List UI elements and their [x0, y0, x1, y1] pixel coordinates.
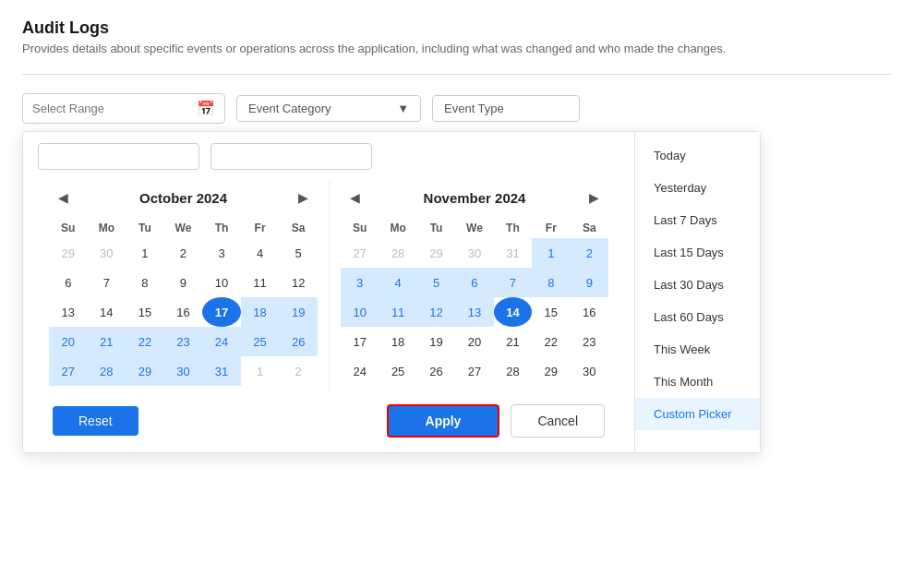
calendar-day[interactable]: 7 [88, 268, 126, 297]
cancel-button[interactable]: Cancel [511, 404, 605, 438]
calendar-day[interactable]: 29 [126, 356, 164, 386]
calendar-day[interactable]: 29 [532, 356, 570, 386]
calendar-day[interactable]: 18 [241, 297, 280, 327]
quick-option-item[interactable]: Yesterday [635, 172, 760, 204]
calendar-day[interactable]: 4 [379, 268, 416, 297]
right-cal-body: 2728293031123456789101112131415161718192… [341, 238, 608, 386]
calendar-day[interactable]: 26 [279, 327, 318, 356]
calendar-day[interactable]: 5 [279, 238, 318, 268]
calendar-day[interactable]: 28 [494, 356, 532, 386]
quick-option-item[interactable]: This Week [635, 333, 760, 366]
quick-option-item[interactable]: Last 60 Days [635, 301, 760, 333]
calendar-day[interactable]: 27 [49, 356, 88, 386]
calendar-day[interactable]: 1 [241, 356, 280, 386]
calendar-day[interactable]: 12 [279, 268, 318, 297]
calendar-day[interactable]: 30 [455, 238, 493, 268]
quick-option-item[interactable]: This Month [635, 366, 760, 398]
calendar-day[interactable]: 19 [279, 297, 318, 327]
event-category-select[interactable]: Event Category ▼ [236, 95, 421, 122]
calendar-day[interactable]: 9 [571, 268, 608, 297]
calendar-day[interactable]: 23 [164, 327, 203, 356]
left-next-button[interactable]: ▶ [293, 188, 314, 207]
calendar-day[interactable]: 13 [49, 297, 88, 327]
reset-button[interactable]: Reset [53, 406, 138, 436]
calendar-week-row: 293012345 [49, 238, 318, 268]
calendar-day[interactable]: 15 [126, 297, 164, 327]
calendar-day[interactable]: 9 [164, 268, 203, 297]
left-prev-button[interactable]: ◀ [53, 188, 74, 207]
calendar-day[interactable]: 25 [379, 356, 416, 386]
calendar-day[interactable]: 22 [532, 327, 570, 356]
calendar-day[interactable]: 2 [164, 238, 203, 268]
calendar-day[interactable]: 6 [49, 268, 88, 297]
calendar-day[interactable]: 28 [379, 238, 416, 268]
calendar-day[interactable]: 29 [417, 238, 455, 268]
calendar-day[interactable]: 1 [126, 238, 164, 268]
quick-option-item[interactable]: Custom Picker [635, 398, 760, 430]
calendar-day[interactable]: 14 [88, 297, 126, 327]
calendar-day[interactable]: 21 [88, 327, 126, 356]
calendar-day[interactable]: 25 [241, 327, 280, 356]
calendar-day[interactable]: 22 [126, 327, 164, 356]
calendar-day[interactable]: 30 [88, 238, 126, 268]
calendar-day[interactable]: 27 [341, 238, 379, 268]
calendar-day[interactable]: 11 [241, 268, 280, 297]
calendar-day[interactable]: 31 [202, 356, 241, 386]
calendar-day[interactable]: 30 [164, 356, 203, 386]
quick-option-item[interactable]: Today [635, 139, 760, 172]
calendar-day[interactable]: 26 [417, 356, 455, 386]
calendar-day[interactable]: 4 [241, 238, 280, 268]
calendar-day[interactable]: 13 [455, 297, 493, 327]
event-type-input[interactable]: Event Type [432, 95, 580, 122]
date-range-text[interactable] [32, 102, 189, 115]
right-next-button[interactable]: ▶ [583, 188, 605, 207]
calendar-day[interactable]: 29 [49, 238, 88, 268]
calendar-day[interactable]: 14 [494, 297, 532, 327]
calendar-day[interactable]: 30 [571, 356, 608, 386]
apply-button[interactable]: Apply [387, 404, 500, 438]
calendar-icon: 📅 [197, 100, 215, 117]
calendar-day[interactable]: 10 [341, 297, 379, 327]
calendar-day[interactable]: 17 [202, 297, 241, 327]
calendar-day[interactable]: 2 [571, 238, 608, 268]
quick-option-item[interactable]: Last 7 Days [635, 204, 760, 236]
calendar-day[interactable]: 10 [202, 268, 241, 297]
calendar-day[interactable]: 6 [455, 268, 493, 297]
calendar-day[interactable]: 18 [379, 327, 416, 356]
page-title: Audit Logs [22, 18, 892, 38]
end-date-input[interactable]: 11/14/2024 [210, 143, 372, 170]
calendar-day[interactable]: 31 [494, 238, 532, 268]
calendar-day[interactable]: 16 [164, 297, 203, 327]
date-range-input[interactable]: 📅 [22, 93, 225, 124]
calendar-day[interactable]: 5 [417, 268, 455, 297]
calendar-day[interactable]: 24 [341, 356, 379, 386]
calendar-day[interactable]: 2 [279, 356, 318, 386]
start-date-input[interactable]: 10/17/2024 [38, 143, 199, 170]
divider [22, 74, 892, 75]
weekday-header: Sa [279, 218, 318, 238]
calendar-day[interactable]: 7 [494, 268, 532, 297]
calendar-day[interactable]: 17 [341, 327, 379, 356]
calendar-day[interactable]: 3 [341, 268, 379, 297]
calendar-day[interactable]: 11 [379, 297, 416, 327]
calendar-day[interactable]: 12 [417, 297, 455, 327]
calendar-day[interactable]: 8 [532, 268, 570, 297]
calendar-day[interactable]: 20 [49, 327, 88, 356]
calendar-day[interactable]: 3 [202, 238, 241, 268]
calendar-day[interactable]: 24 [202, 327, 241, 356]
weekday-header: Th [202, 218, 241, 238]
right-prev-button[interactable]: ◀ [344, 188, 366, 207]
calendar-day[interactable]: 28 [88, 356, 126, 386]
calendar-day[interactable]: 1 [532, 238, 570, 268]
calendar-day[interactable]: 19 [417, 327, 455, 356]
calendar-day[interactable]: 21 [494, 327, 532, 356]
calendar-day[interactable]: 27 [455, 356, 493, 386]
chevron-down-icon: ▼ [397, 102, 409, 115]
calendar-day[interactable]: 8 [126, 268, 164, 297]
calendar-day[interactable]: 16 [571, 297, 608, 327]
quick-option-item[interactable]: Last 15 Days [635, 236, 760, 269]
quick-option-item[interactable]: Last 30 Days [635, 269, 760, 301]
calendar-day[interactable]: 15 [532, 297, 570, 327]
calendar-day[interactable]: 20 [455, 327, 493, 356]
calendar-day[interactable]: 23 [571, 327, 608, 356]
